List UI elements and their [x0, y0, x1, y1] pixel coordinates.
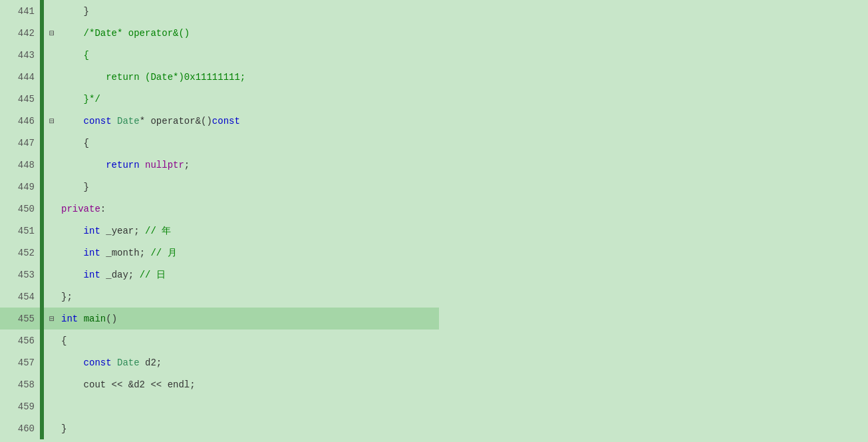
- line-content: }: [59, 6, 439, 17]
- gutter-bar: [40, 66, 44, 88]
- line-number: 450: [0, 204, 40, 214]
- line-number: 445: [0, 94, 40, 105]
- table-row: 442 ⊟ /*Date* operator&(): [0, 22, 439, 44]
- collapse-indicator[interactable]: ⊟: [45, 314, 59, 324]
- gutter-bar: [40, 198, 44, 220]
- gutter-bar: [40, 22, 44, 44]
- line-number: 444: [0, 72, 40, 83]
- line-number: 457: [0, 357, 40, 368]
- line-content: }: [59, 423, 439, 434]
- line-content: }*/: [59, 94, 439, 105]
- gutter-bar: [40, 88, 44, 110]
- line-number: 449: [0, 182, 40, 192]
- table-row: 457 const Date d2;: [0, 351, 439, 373]
- line-content: int _day; // 日: [59, 269, 439, 281]
- table-row: 459: [0, 395, 439, 417]
- gutter-bar: [40, 110, 44, 132]
- gutter-bar: [40, 220, 44, 242]
- line-number: 453: [0, 270, 40, 280]
- table-row: 455 ⊟ int main(): [0, 308, 439, 330]
- table-row: 447 {: [0, 132, 439, 154]
- line-number: 459: [0, 401, 40, 412]
- line-number: 446: [0, 116, 40, 126]
- gutter-bar: [40, 44, 44, 66]
- line-content: /*Date* operator&(): [59, 28, 439, 39]
- line-content: int main(): [59, 314, 439, 324]
- line-number: 455: [0, 314, 40, 324]
- table-row: 453 int _day; // 日: [0, 264, 439, 286]
- table-row: 444 return (Date*)0x11111111;: [0, 66, 439, 88]
- gutter-bar: [40, 373, 44, 395]
- line-number: 452: [0, 248, 40, 258]
- gutter-bar: [40, 286, 44, 308]
- table-row: 456 {: [0, 330, 439, 351]
- collapse-indicator[interactable]: ⊟: [45, 28, 59, 39]
- table-row: 450 private:: [0, 198, 439, 220]
- line-content: const Date* operator&()const: [59, 116, 439, 126]
- code-editor: 441 } 442 ⊟ /*Date* operator&() 443 { 44…: [0, 0, 439, 442]
- gutter-bar: [40, 330, 44, 351]
- line-number: 454: [0, 292, 40, 302]
- line-number: 458: [0, 379, 40, 390]
- gutter-bar: [40, 264, 44, 286]
- table-row: 449 }: [0, 176, 439, 198]
- table-row: 452 int _month; // 月: [0, 242, 439, 264]
- line-content: private:: [59, 204, 439, 214]
- line-number: 460: [0, 423, 40, 434]
- line-content: return nullptr;: [59, 160, 439, 170]
- line-content: int _month; // 月: [59, 247, 439, 259]
- gutter-bar: [40, 308, 44, 330]
- right-filler: [439, 0, 868, 442]
- gutter-bar: [40, 154, 44, 176]
- line-number: 456: [0, 335, 40, 346]
- gutter-bar: [40, 242, 44, 264]
- gutter-bar: [40, 351, 44, 373]
- line-number: 442: [0, 28, 40, 39]
- line-number: 443: [0, 50, 40, 61]
- line-content: {: [59, 138, 439, 148]
- line-number: 447: [0, 138, 40, 148]
- line-number: 441: [0, 6, 40, 17]
- table-row: 441 }: [0, 0, 439, 22]
- gutter-bar: [40, 176, 44, 198]
- line-content: }: [59, 182, 439, 192]
- table-row: 458 cout << &d2 << endl;: [0, 373, 439, 395]
- line-content: cout << &d2 << endl;: [59, 379, 439, 390]
- gutter-bar: [40, 395, 44, 417]
- gutter-bar: [40, 0, 44, 22]
- gutter-bar: [40, 132, 44, 154]
- line-number: 448: [0, 160, 40, 170]
- line-content: {: [59, 335, 439, 346]
- table-row: 445 }*/: [0, 88, 439, 110]
- table-row: 454 };: [0, 286, 439, 308]
- line-content: const Date d2;: [59, 357, 439, 368]
- table-row: 448 return nullptr;: [0, 154, 439, 176]
- table-row: 443 {: [0, 44, 439, 66]
- code-lines: 441 } 442 ⊟ /*Date* operator&() 443 { 44…: [0, 0, 439, 439]
- line-content: };: [59, 292, 439, 302]
- collapse-indicator[interactable]: ⊟: [45, 116, 59, 126]
- table-row: 451 int _year; // 年: [0, 220, 439, 242]
- line-number: 451: [0, 226, 40, 236]
- line-content: return (Date*)0x11111111;: [59, 72, 439, 83]
- line-content: {: [59, 50, 439, 61]
- line-content: int _year; // 年: [59, 225, 439, 237]
- gutter-bar: [40, 417, 44, 439]
- table-row: 460 }: [0, 417, 439, 439]
- table-row: 446 ⊟ const Date* operator&()const: [0, 110, 439, 132]
